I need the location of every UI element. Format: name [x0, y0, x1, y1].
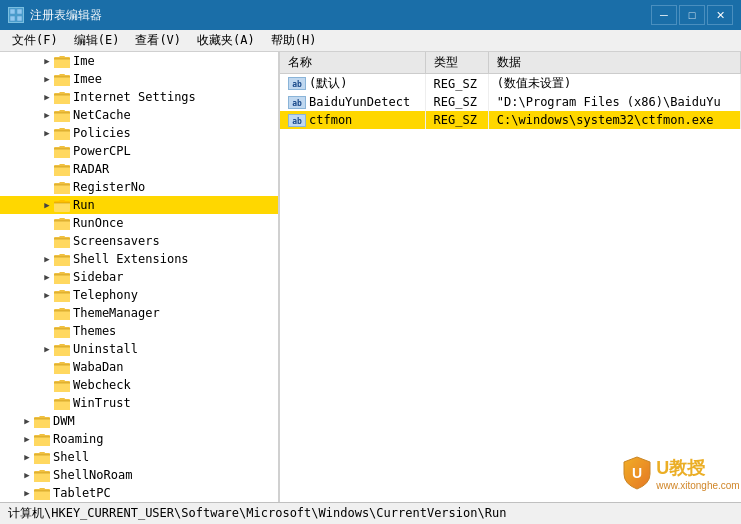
tree-item[interactable]: ▶ Internet Settings: [0, 88, 278, 106]
table-row[interactable]: abBaiduYunDetectREG_SZ"D:\Program Files …: [280, 93, 741, 111]
reg-data-cell: "D:\Program Files (x86)\BaiduYu: [488, 93, 740, 111]
tree-item[interactable]: ThemeManager: [0, 304, 278, 322]
svg-rect-2: [10, 16, 15, 21]
minimize-button[interactable]: ─: [651, 5, 677, 25]
tree-item[interactable]: RegisterNo: [0, 178, 278, 196]
close-button[interactable]: ✕: [707, 5, 733, 25]
menu-item[interactable]: 编辑(E): [66, 30, 128, 51]
tree-item-label: WabaDan: [73, 360, 124, 374]
svg-rect-3: [17, 16, 22, 21]
tree-expander[interactable]: ▶: [40, 344, 54, 354]
tree-item-label: TabletPC: [53, 486, 111, 500]
folder-icon: [54, 55, 70, 68]
tree-item-label: ShellNoRoam: [53, 468, 132, 482]
title-bar: 注册表编辑器 ─ □ ✕: [0, 0, 741, 30]
tree-item-label: Themes: [73, 324, 116, 338]
tree-item[interactable]: PowerCPL: [0, 142, 278, 160]
tree-item[interactable]: ▶ Run: [0, 196, 278, 214]
tree-item[interactable]: ▶ TabletPC: [0, 484, 278, 502]
window-controls: ─ □ ✕: [651, 5, 733, 25]
tree-expander[interactable]: ▶: [40, 74, 54, 84]
tree-item[interactable]: ▶ Policies: [0, 124, 278, 142]
col-data[interactable]: 数据: [488, 52, 740, 74]
tree-expander[interactable]: ▶: [40, 56, 54, 66]
tree-item[interactable]: Themes: [0, 322, 278, 340]
folder-icon: [54, 253, 70, 266]
main-content: ▶ Ime▶ Imee▶ Internet Settings▶ NetCache…: [0, 52, 741, 502]
tree-item-label: Internet Settings: [73, 90, 196, 104]
tree-item-label: Telephony: [73, 288, 138, 302]
folder-icon: [54, 289, 70, 302]
reg-type-cell: REG_SZ: [425, 74, 488, 94]
reg-name: (默认): [309, 75, 347, 92]
reg-data-cell: (数值未设置): [488, 74, 740, 94]
ab-icon: ab: [288, 96, 306, 109]
tree-expander[interactable]: ▶: [20, 470, 34, 480]
tree-expander[interactable]: ▶: [40, 290, 54, 300]
tree-item[interactable]: ▶ ShellNoRoam: [0, 466, 278, 484]
tree-item[interactable]: ▶ Shell Extensions: [0, 250, 278, 268]
menu-item[interactable]: 查看(V): [127, 30, 189, 51]
tree-item[interactable]: ▶ Uninstall: [0, 340, 278, 358]
table-row[interactable]: abctfmonREG_SZC:\windows\system32\ctfmon…: [280, 111, 741, 129]
tree-item[interactable]: Screensavers: [0, 232, 278, 250]
right-panel: 名称 类型 数据 ab(默认)REG_SZ(数值未设置)abBaiduYunDe…: [280, 52, 741, 502]
tree-item-label: Roaming: [53, 432, 104, 446]
folder-icon: [54, 307, 70, 320]
col-type[interactable]: 类型: [425, 52, 488, 74]
tree-item[interactable]: RunOnce: [0, 214, 278, 232]
tree-item[interactable]: ▶ Shell: [0, 448, 278, 466]
tree-expander[interactable]: ▶: [20, 488, 34, 498]
tree-expander[interactable]: ▶: [20, 416, 34, 426]
registry-rows: ab(默认)REG_SZ(数值未设置)abBaiduYunDetectREG_S…: [280, 74, 741, 130]
tree-expander[interactable]: ▶: [40, 200, 54, 210]
tree-item-label: RegisterNo: [73, 180, 145, 194]
maximize-button[interactable]: □: [679, 5, 705, 25]
tree-item-label: RADAR: [73, 162, 109, 176]
menu-item[interactable]: 帮助(H): [263, 30, 325, 51]
folder-icon: [54, 73, 70, 86]
menu-item[interactable]: 文件(F): [4, 30, 66, 51]
tree-expander[interactable]: ▶: [20, 434, 34, 444]
tree-item[interactable]: ▶ Imee: [0, 70, 278, 88]
tree-item[interactable]: ▶ DWM: [0, 412, 278, 430]
tree-item[interactable]: ▶ Ime: [0, 52, 278, 70]
tree-item[interactable]: WinTrust: [0, 394, 278, 412]
table-row[interactable]: ab(默认)REG_SZ(数值未设置): [280, 74, 741, 94]
folder-icon: [34, 415, 50, 428]
tree-item[interactable]: ▶ Roaming: [0, 430, 278, 448]
tree-item-label: DWM: [53, 414, 75, 428]
folder-icon: [54, 271, 70, 284]
tree-expander[interactable]: ▶: [40, 110, 54, 120]
folder-icon: [54, 235, 70, 248]
tree-expander[interactable]: ▶: [40, 254, 54, 264]
folder-icon: [54, 145, 70, 158]
tree-item[interactable]: RADAR: [0, 160, 278, 178]
tree-item[interactable]: ▶ Telephony: [0, 286, 278, 304]
tree-item[interactable]: Webcheck: [0, 376, 278, 394]
tree-expander[interactable]: ▶: [40, 128, 54, 138]
reg-name-cell: ab(默认): [280, 74, 425, 94]
tree-expander[interactable]: ▶: [20, 452, 34, 462]
folder-icon: [54, 109, 70, 122]
col-name[interactable]: 名称: [280, 52, 425, 74]
folder-icon: [54, 325, 70, 338]
folder-icon: [54, 361, 70, 374]
tree-expander[interactable]: ▶: [40, 272, 54, 282]
folder-icon: [54, 343, 70, 356]
folder-icon: [34, 469, 50, 482]
tree-expander[interactable]: ▶: [40, 92, 54, 102]
folder-icon: [34, 487, 50, 500]
folder-icon: [54, 91, 70, 104]
app-icon: [8, 7, 24, 23]
tree-panel[interactable]: ▶ Ime▶ Imee▶ Internet Settings▶ NetCache…: [0, 52, 280, 502]
tree-item-label: Shell: [53, 450, 89, 464]
tree-item[interactable]: WabaDan: [0, 358, 278, 376]
tree-item-label: Sidebar: [73, 270, 124, 284]
ab-icon: ab: [288, 77, 306, 90]
tree-item-label: Webcheck: [73, 378, 131, 392]
tree-item[interactable]: ▶ Sidebar: [0, 268, 278, 286]
menu-item[interactable]: 收藏夹(A): [189, 30, 263, 51]
registry-table: 名称 类型 数据 ab(默认)REG_SZ(数值未设置)abBaiduYunDe…: [280, 52, 741, 129]
tree-item[interactable]: ▶ NetCache: [0, 106, 278, 124]
